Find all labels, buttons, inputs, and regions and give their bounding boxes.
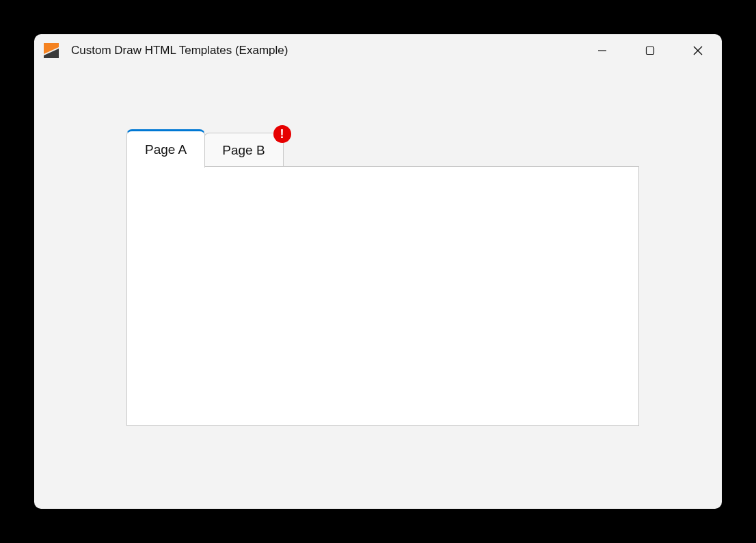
app-icon <box>44 43 59 58</box>
tab-control: Page A Page B ! <box>126 129 639 426</box>
maximize-button[interactable] <box>626 34 674 67</box>
tab-label: Page A <box>145 142 187 157</box>
alert-badge-icon: ! <box>273 125 291 143</box>
tab-label: Page B <box>222 143 265 158</box>
tab-page-content <box>126 166 639 426</box>
titlebar: Custom Draw HTML Templates (Example) <box>34 34 722 67</box>
svg-rect-3 <box>647 47 654 55</box>
minimize-button[interactable] <box>578 34 626 67</box>
app-window: Custom Draw HTML Templates (Example) Pag… <box>34 34 722 509</box>
window-controls <box>578 34 722 67</box>
tab-page-b[interactable]: Page B ! <box>204 133 283 167</box>
tab-page-a[interactable]: Page A <box>126 129 205 168</box>
window-title: Custom Draw HTML Templates (Example) <box>71 44 288 57</box>
close-button[interactable] <box>674 34 722 67</box>
client-area: Page A Page B ! <box>34 67 722 509</box>
tab-strip: Page A Page B ! <box>126 129 639 167</box>
